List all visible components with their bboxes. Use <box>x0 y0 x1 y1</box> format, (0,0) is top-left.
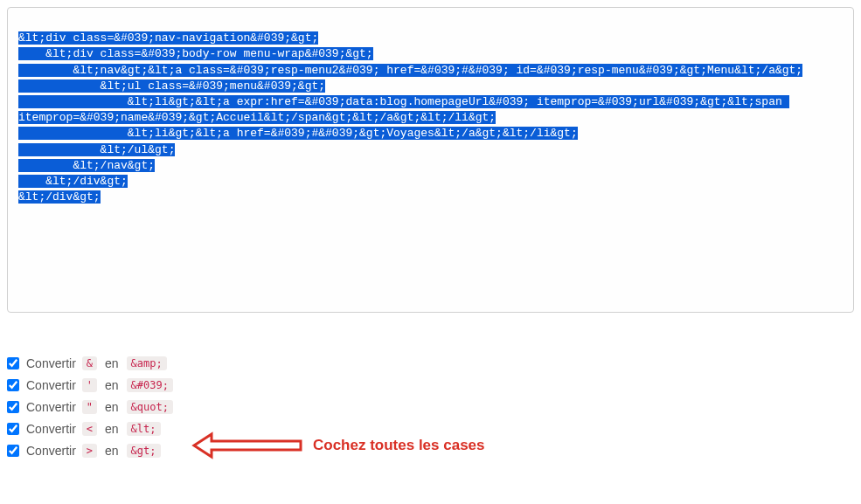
to-label: en <box>105 422 119 436</box>
code-line: &lt;nav&gt;&lt;a class=&#039;resp-menu2&… <box>18 64 802 77</box>
token-to: &gt; <box>127 444 161 458</box>
option-row-quot: Convertir " en &quot; <box>7 400 861 414</box>
checkbox-quot[interactable] <box>7 401 19 413</box>
to-label: en <box>105 356 119 370</box>
code-line: &lt;/ul&gt; <box>18 143 175 156</box>
token-to: &#039; <box>127 378 173 392</box>
token-to: &quot; <box>127 400 173 414</box>
option-row-amp: Convertir & en &amp; <box>7 356 861 370</box>
code-line: &lt;div class=&#039;body-row menu-wrap&#… <box>18 47 373 60</box>
checkbox-apos[interactable] <box>7 379 19 391</box>
checkbox-lt[interactable] <box>7 423 19 435</box>
convert-label: Convertir <box>26 378 76 392</box>
to-label: en <box>105 400 119 414</box>
convert-label: Convertir <box>26 356 76 370</box>
code-line: &lt;/div&gt; <box>18 175 128 188</box>
to-label: en <box>105 444 119 458</box>
token-from: > <box>82 444 97 458</box>
code-line: &lt;div class=&#039;nav-navigation&#039;… <box>18 31 318 45</box>
option-row-apos: Convertir ' en &#039; <box>7 378 861 392</box>
checkbox-gt[interactable] <box>7 445 19 457</box>
code-line: &lt;/div&gt; <box>18 190 101 204</box>
code-line: &lt;li&gt;&lt;a expr:href=&#039;data:blo… <box>18 95 789 108</box>
code-line: &lt;/nav&gt; <box>18 159 155 172</box>
token-from: < <box>82 422 97 436</box>
convert-label: Convertir <box>26 400 76 414</box>
token-from: ' <box>82 378 97 392</box>
code-textarea[interactable]: &lt;div class=&#039;nav-navigation&#039;… <box>7 7 854 313</box>
convert-label: Convertir <box>26 444 76 458</box>
arrow-icon <box>191 431 304 460</box>
token-from: " <box>82 400 97 414</box>
to-label: en <box>105 378 119 392</box>
annotation-text: Cochez toutes les cases <box>313 437 485 454</box>
code-line: &lt;ul class=&#039;menu&#039;&gt; <box>18 79 325 93</box>
code-line: itemprop=&#039;name&#039;&gt;Accueil&lt;… <box>18 111 496 124</box>
checkbox-amp[interactable] <box>7 357 19 369</box>
token-from: & <box>82 356 97 370</box>
annotation: Cochez toutes les cases <box>191 431 485 460</box>
token-to: &lt; <box>127 422 161 436</box>
code-line: &lt;li&gt;&lt;a href=&#039;#&#039;&gt;Vo… <box>18 127 578 140</box>
token-to: &amp; <box>127 356 167 370</box>
convert-label: Convertir <box>26 422 76 436</box>
